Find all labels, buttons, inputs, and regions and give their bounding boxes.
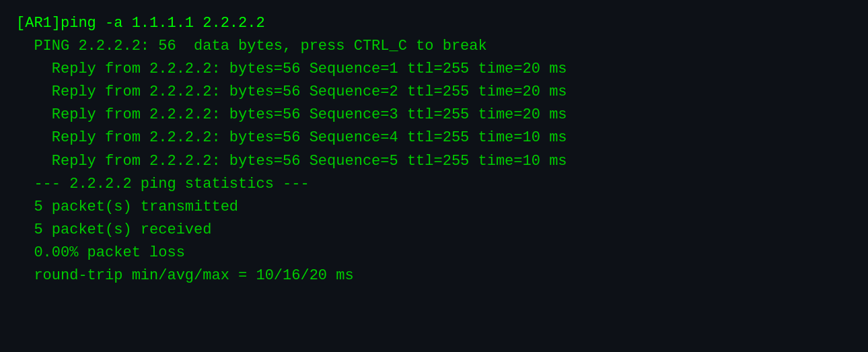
terminal-line-2: Reply from 2.2.2.2: bytes=56 Sequence=1 … (16, 58, 852, 81)
terminal-line-4: Reply from 2.2.2.2: bytes=56 Sequence=3 … (16, 104, 852, 127)
terminal-line-10: 5 packet(s) received (16, 219, 852, 242)
terminal-line-3: Reply from 2.2.2.2: bytes=56 Sequence=2 … (16, 81, 852, 104)
terminal-line-12: round-trip min/avg/max = 10/16/20 ms (16, 265, 852, 287)
terminal-line-0: [AR1]ping -a 1.1.1.1 2.2.2.2 (16, 12, 852, 35)
terminal-line-6: Reply from 2.2.2.2: bytes=56 Sequence=5 … (16, 150, 852, 173)
terminal-line-1: PING 2.2.2.2: 56 data bytes, press CTRL_… (16, 35, 852, 58)
terminal-window: [AR1]ping -a 1.1.1.1 2.2.2.2 PING 2.2.2.… (0, 0, 868, 352)
terminal-line-9: 5 packet(s) transmitted (16, 196, 852, 219)
terminal-line-5: Reply from 2.2.2.2: bytes=56 Sequence=4 … (16, 127, 852, 149)
terminal-line-8: --- 2.2.2.2 ping statistics --- (16, 173, 852, 196)
terminal-line-11: 0.00% packet loss (16, 242, 852, 265)
